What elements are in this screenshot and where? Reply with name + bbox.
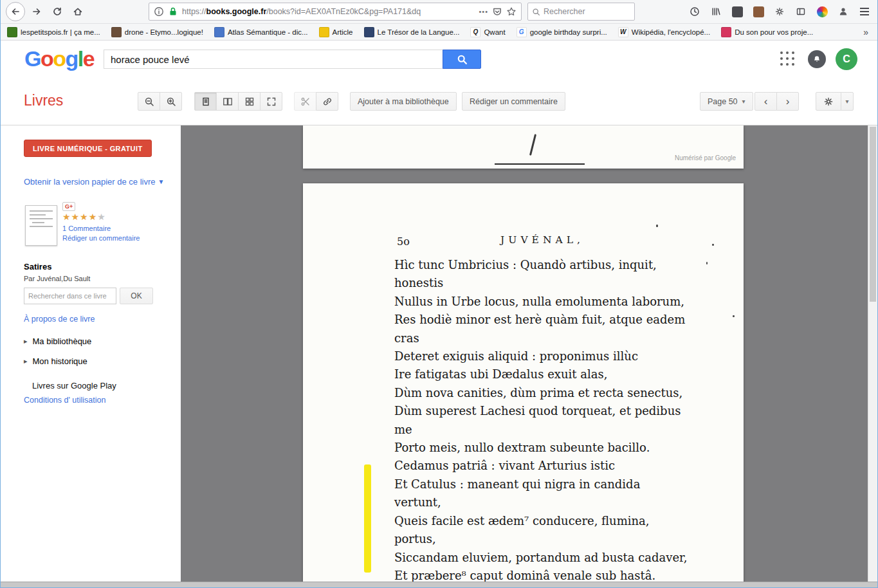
google-search-input[interactable] <box>104 50 443 69</box>
gear-icon <box>823 96 834 107</box>
verse-line: Dùm nova canities, dùm prima et recta se… <box>394 384 690 402</box>
bookmarks-list: lespetitspois.fr | ça me... drone - Etym… <box>7 27 861 37</box>
books-section-title[interactable]: Livres <box>24 92 63 109</box>
book-title: Satires <box>24 262 51 271</box>
clip-button[interactable] <box>294 92 316 111</box>
bookmark-favicon <box>721 27 731 37</box>
pen-mark <box>529 134 536 156</box>
bookmark-item[interactable]: Le Trésor de la Langue... <box>364 27 460 37</box>
reload-icon <box>52 6 62 17</box>
extension-icon-2 <box>753 6 764 17</box>
previous-page-button[interactable]: ‹ <box>755 92 777 111</box>
bookmark-favicon <box>364 27 374 37</box>
library-button[interactable] <box>708 4 724 19</box>
account-button[interactable] <box>836 4 851 19</box>
extension-button-4[interactable] <box>814 4 830 19</box>
link-button[interactable] <box>316 92 338 111</box>
pocket-icon[interactable] <box>492 6 502 17</box>
extension-button-3[interactable] <box>772 4 787 19</box>
bookmark-item[interactable]: W Wikipédia, l'encyclopé... <box>618 27 710 37</box>
back-arrow-icon <box>10 6 21 17</box>
settings-button[interactable] <box>816 92 841 111</box>
free-ebook-button[interactable]: LIVRE NUMÉRIQUE - GRATUIT <box>24 140 152 157</box>
book-viewer[interactable]: Numérisé par Google 5o JUVÉNAL, Hìc tunc… <box>181 125 868 587</box>
settings-caret-button[interactable]: ▾ <box>841 92 854 111</box>
scrollbar-thumb[interactable] <box>870 127 876 302</box>
write-review-button[interactable]: Rédiger un commentaire <box>462 92 565 111</box>
bookmark-star-icon[interactable] <box>506 6 517 17</box>
url-path: /books?id=AEX0ATnEz0kC&pg=PA171&dq <box>266 7 421 16</box>
write-review-link[interactable]: Rédiger un commentaire <box>62 234 140 242</box>
vertical-scrollbar[interactable] <box>868 125 877 587</box>
zoom-out-button[interactable] <box>138 92 160 111</box>
verse-line: Queis facile est ædem⁷ conducere, flumin… <box>394 512 690 549</box>
page-select-label: Page 50 <box>708 97 738 106</box>
in-book-search-input[interactable] <box>24 288 116 304</box>
book-byline: Par Juvénal,Du Sault <box>24 275 90 282</box>
page-actions-icon[interactable]: ••• <box>479 8 488 15</box>
browser-search-input[interactable] <box>544 7 630 16</box>
forward-button[interactable] <box>28 3 46 21</box>
verse-line: Nullus in Urbe locus, nulla emolumenta l… <box>394 293 690 311</box>
book-sidebar: LIVRE NUMÉRIQUE - GRATUIT Obtenir la ver… <box>1 125 181 582</box>
get-print-version-link[interactable]: Obtenir la version papier de ce livre ▼ <box>24 177 164 187</box>
google-logo[interactable]: Google <box>24 46 94 71</box>
bookmark-item[interactable]: drone - Etymo...logique! <box>111 27 203 37</box>
next-page-button[interactable]: › <box>776 92 799 111</box>
browser-search-bar[interactable] <box>527 3 635 21</box>
bookmarks-overflow-button[interactable]: » <box>861 27 871 37</box>
triangle-down-icon: ▼ <box>158 178 165 185</box>
sidebar-toggle-button[interactable] <box>793 4 809 19</box>
books-toolbar: Livres <box>1 78 877 125</box>
chevron-down-icon: ▾ <box>742 98 745 105</box>
add-to-library-button[interactable]: Ajouter à ma bibliothèque <box>350 92 457 111</box>
gplus-badge[interactable]: G+ <box>62 202 75 211</box>
lock-icon <box>168 6 178 17</box>
google-play-books-link[interactable]: Livres sur Google Play <box>32 381 116 390</box>
bookmark-item[interactable]: G google birthday surpri... <box>517 27 607 37</box>
about-this-book-link[interactable]: À propos de ce livre <box>24 315 95 324</box>
terms-of-use-link[interactable]: Conditions d' utilisation <box>24 396 105 405</box>
bookmark-item[interactable]: Atlas Sémantique - dic... <box>214 27 308 37</box>
bookmark-item[interactable]: Q Qwant <box>470 27 505 37</box>
bookmark-label: drone - Etymo...logique! <box>125 28 203 36</box>
reload-button[interactable] <box>48 3 66 21</box>
sidebar-collapsible-item[interactable]: ▸ Mon historique <box>24 356 91 366</box>
bookmark-item[interactable]: lespetitspois.fr | ça me... <box>7 27 100 37</box>
bookmark-favicon <box>214 27 224 37</box>
page-number: 5o <box>397 235 410 248</box>
back-button[interactable] <box>6 2 25 21</box>
thumbnail-view-button[interactable] <box>238 92 261 111</box>
empty-star: ★ <box>97 212 106 222</box>
extension-button-1[interactable] <box>729 4 745 19</box>
triangle-right-icon: ▸ <box>24 337 28 345</box>
history-button[interactable] <box>687 4 702 19</box>
verse-line: Et Catulus : maneant qui nigra in candid… <box>394 475 690 512</box>
yellow-marker-bar <box>364 464 371 573</box>
home-icon <box>73 6 83 17</box>
book-cover-thumbnail[interactable] <box>25 205 57 246</box>
notifications-button[interactable] <box>808 50 826 68</box>
account-avatar[interactable]: C <box>836 48 857 70</box>
bookmark-item[interactable]: Article <box>319 27 353 37</box>
sidebar-collapsible-item[interactable]: ▸ Ma bibliothèque <box>24 336 91 346</box>
menu-button[interactable] <box>857 4 872 19</box>
bookmark-item[interactable]: Du son pour vos proje... <box>721 27 813 37</box>
home-button[interactable] <box>69 3 87 21</box>
url-bar[interactable]: https://books.google.fr/books?id=AEX0ATn… <box>149 3 522 21</box>
fullscreen-button[interactable] <box>260 92 282 111</box>
zoom-in-button[interactable] <box>160 92 182 111</box>
review-count-link[interactable]: 1 Commentaire <box>62 225 111 232</box>
extension-button-2[interactable] <box>751 4 766 19</box>
hamburger-icon <box>860 8 869 15</box>
in-book-search-ok-button[interactable]: OK <box>120 288 153 304</box>
bookmarks-bar: lespetitspois.fr | ça me... drone - Etym… <box>1 24 877 41</box>
url-host: books.google.fr <box>206 7 267 16</box>
google-apps-button[interactable] <box>780 51 796 67</box>
two-page-view-button[interactable] <box>216 92 239 111</box>
page-info-icon[interactable] <box>154 6 164 17</box>
running-head: JUVÉNAL, <box>394 234 690 246</box>
single-page-view-button[interactable] <box>194 92 217 111</box>
google-search-button[interactable] <box>443 50 481 69</box>
page-select-dropdown[interactable]: Page 50 ▾ <box>700 92 753 111</box>
